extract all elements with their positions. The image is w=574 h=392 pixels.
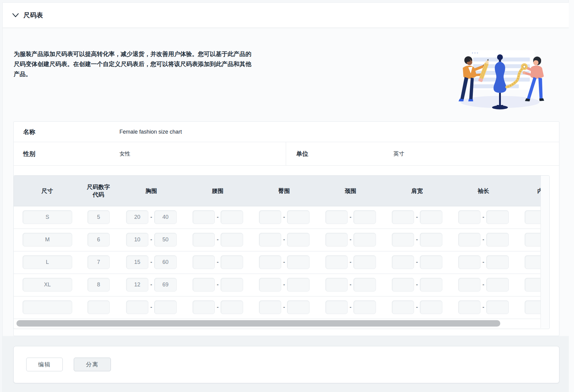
hip-max-input[interactable] — [287, 210, 310, 224]
hip-max-input[interactable] — [287, 278, 310, 292]
neck-max-input[interactable] — [353, 300, 376, 314]
sleeve-max-input[interactable] — [486, 255, 509, 269]
chest-max-input[interactable] — [154, 300, 177, 314]
size-input[interactable] — [23, 278, 72, 292]
sleeve-max-input[interactable] — [486, 278, 509, 292]
size-table: 尺寸尺码数字代码胸围腰围臀围颈围肩宽袖长内长------------------… — [14, 176, 541, 319]
chest-max-input[interactable] — [154, 210, 177, 224]
waist-min-input[interactable] — [193, 233, 215, 247]
neck-max-input[interactable] — [353, 255, 376, 269]
size-table-card: 尺寸尺码数字代码胸围腰围臀围颈围肩宽袖长内长------------------… — [13, 175, 550, 329]
waist-max-input[interactable] — [221, 300, 243, 314]
waist-max-input[interactable] — [221, 255, 243, 269]
size-input[interactable] — [23, 255, 72, 269]
chest-min-input[interactable] — [126, 210, 148, 224]
size-input[interactable] — [23, 300, 72, 314]
horizontal-scrollbar-thumb[interactable] — [16, 320, 500, 327]
detach-button[interactable]: 分离 — [74, 358, 111, 371]
waist-max-input[interactable] — [221, 233, 243, 247]
chest-min-input[interactable] — [126, 255, 148, 269]
chest-min-input[interactable] — [126, 278, 148, 292]
chest-min-input[interactable] — [126, 300, 148, 314]
sleeve-min-input[interactable] — [458, 300, 480, 314]
size-table-scroll-viewport[interactable]: 尺寸尺码数字代码胸围腰围臀围颈围肩宽袖长内长------------------… — [14, 176, 541, 329]
sleeve-min-input[interactable] — [458, 255, 480, 269]
waist-max-input[interactable] — [221, 210, 243, 224]
gender-label: 性别 — [23, 150, 35, 158]
sleeve-max-input[interactable] — [486, 233, 509, 247]
sleeve-max-input[interactable] — [486, 210, 509, 224]
chest-min-input[interactable] — [126, 233, 148, 247]
size-code-input[interactable] — [87, 255, 110, 269]
waist-min-input[interactable] — [193, 278, 215, 292]
shoulder-max-input[interactable] — [420, 300, 442, 314]
neck-min-input[interactable] — [325, 210, 348, 224]
size-table-row-empty-4: ------- — [14, 296, 541, 319]
hip-min-input[interactable] — [259, 278, 281, 292]
inseam-min-input[interactable] — [525, 255, 541, 269]
name-value: Female fashion size chart — [119, 129, 182, 135]
neck-max-input[interactable] — [353, 233, 376, 247]
size-code-input[interactable] — [87, 278, 110, 292]
hip-max-input[interactable] — [287, 300, 310, 314]
neck-min-input[interactable] — [325, 233, 348, 247]
shoulder-max-input[interactable] — [420, 233, 442, 247]
sleeve-min-input[interactable] — [458, 210, 480, 224]
hip-min-input[interactable] — [259, 233, 281, 247]
size-table-row-L: ------- — [14, 251, 541, 274]
gender-unit-row: 性别 女性 单位 英寸 — [14, 142, 559, 166]
size-input[interactable] — [23, 233, 72, 247]
shoulder-min-input[interactable] — [392, 210, 414, 224]
sleeve-min-input[interactable] — [458, 233, 480, 247]
column-header-waist: 腰围 — [195, 176, 241, 206]
size-input[interactable] — [23, 210, 72, 224]
intro-line: 尺码变体创建尺码表。在创建一个自定义尺码表后，您可以将该尺码表添加到此产品和其他 — [14, 59, 328, 69]
size-chart-panel: 尺码表 为服装产品添加尺码表可以提高转化率，减少退货，并改善用户体验。您可以基于… — [2, 2, 569, 392]
hip-min-input[interactable] — [259, 300, 281, 314]
waist-min-input[interactable] — [193, 255, 215, 269]
shoulder-max-input[interactable] — [420, 255, 442, 269]
size-code-input[interactable] — [87, 300, 110, 314]
waist-min-input[interactable] — [193, 300, 215, 314]
shoulder-min-input[interactable] — [392, 255, 414, 269]
neck-min-input[interactable] — [325, 278, 348, 292]
inseam-min-input[interactable] — [525, 210, 541, 224]
intro-text: 为服装产品添加尺码表可以提高转化率，减少退货，并改善用户体验。您可以基于此产品的… — [14, 49, 328, 79]
neck-min-input[interactable] — [325, 255, 348, 269]
inseam-min-input[interactable] — [525, 300, 541, 314]
chest-max-input[interactable] — [154, 255, 177, 269]
chest-max-input[interactable] — [154, 233, 177, 247]
neck-min-input[interactable] — [325, 300, 348, 314]
size-code-input[interactable] — [87, 210, 110, 224]
waist-max-input[interactable] — [221, 278, 243, 292]
hip-min-input[interactable] — [259, 210, 281, 224]
page-scrollbar-track[interactable] — [569, 0, 574, 392]
inseam-min-input[interactable] — [525, 278, 541, 292]
shoulder-min-input[interactable] — [392, 233, 414, 247]
column-header-hip: 臀围 — [261, 176, 307, 206]
chevron-down-icon[interactable] — [12, 13, 19, 18]
sleeve-max-input[interactable] — [486, 300, 509, 314]
neck-max-input[interactable] — [353, 278, 376, 292]
sleeve-min-input[interactable] — [458, 278, 480, 292]
size-code-input[interactable] — [87, 233, 110, 247]
hip-max-input[interactable] — [287, 233, 310, 247]
neck-max-input[interactable] — [353, 210, 376, 224]
shoulder-min-input[interactable] — [392, 278, 414, 292]
name-row: 名称 Female fashion size chart — [14, 122, 559, 142]
shoulder-max-input[interactable] — [420, 210, 442, 224]
hip-min-input[interactable] — [259, 255, 281, 269]
unit-value: 英寸 — [393, 150, 404, 157]
shoulder-min-input[interactable] — [392, 300, 414, 314]
hip-max-input[interactable] — [287, 255, 310, 269]
intro-line: 为服装产品添加尺码表可以提高转化率，减少退货，并改善用户体验。您可以基于此产品的 — [14, 49, 328, 59]
name-label: 名称 — [23, 128, 35, 136]
size-table-row-M: ------- — [14, 229, 541, 251]
inseam-min-input[interactable] — [525, 233, 541, 247]
chest-max-input[interactable] — [154, 278, 177, 292]
waist-min-input[interactable] — [193, 210, 215, 224]
edit-button[interactable]: 编辑 — [26, 358, 63, 371]
shoulder-max-input[interactable] — [420, 278, 442, 292]
column-header-chest: 胸围 — [129, 176, 174, 206]
column-header-code: 尺码数字代码 — [85, 176, 112, 206]
